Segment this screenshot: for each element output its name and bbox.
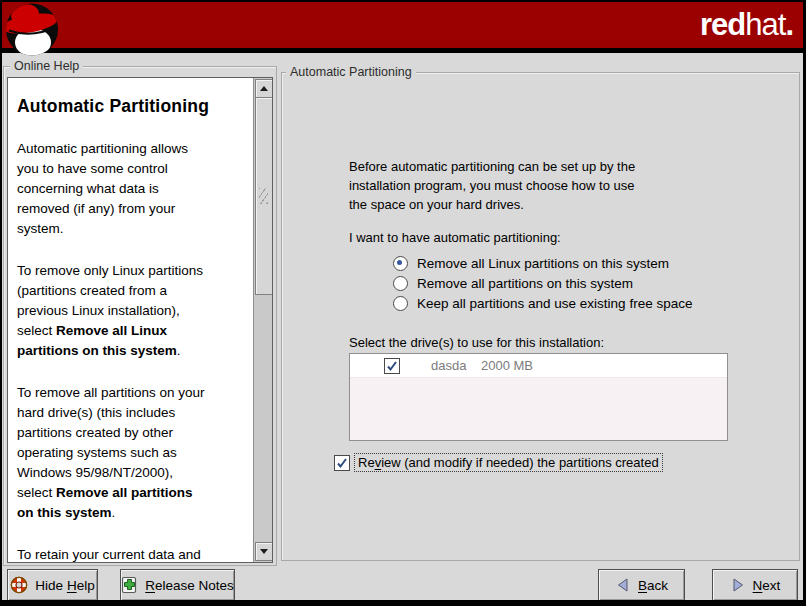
review-label[interactable]: Review (and modify if needed) the partit… [354, 453, 663, 472]
arrow-up-icon [260, 86, 268, 91]
window-border-top [0, 0, 806, 2]
arrow-right-icon [730, 577, 746, 593]
online-help-frame-label: Online Help [10, 59, 83, 74]
radio-option-remove-all[interactable]: Remove all partitions on this system [393, 274, 633, 292]
document-plus-icon [121, 576, 138, 594]
arrow-down-icon [260, 549, 268, 554]
review-option[interactable]: Review (and modify if needed) the partit… [334, 453, 663, 472]
radio-button[interactable] [393, 276, 408, 291]
check-icon [336, 457, 348, 469]
intro-text: Before automatic partitioning can be set… [349, 157, 635, 214]
radio-option-remove-linux[interactable]: Remove all Linux partitions on this syst… [393, 254, 669, 272]
hide-help-label: Hide Help [35, 578, 94, 593]
arrow-left-icon [615, 577, 631, 593]
radio-label[interactable]: Remove all partitions on this system [417, 276, 633, 291]
release-notes-button[interactable]: Release Notes [120, 569, 235, 601]
redhat-wordmark: redhat. [700, 8, 793, 42]
drive-list[interactable]: dasda 2000 MB [349, 353, 728, 441]
drive-row[interactable]: dasda 2000 MB [350, 354, 727, 378]
scrollbar-up-button[interactable] [255, 79, 273, 98]
header-banner-divider [0, 48, 806, 53]
help-title: Automatic Partitioning [17, 96, 243, 117]
next-label: Next [753, 578, 781, 593]
next-button[interactable]: Next [712, 569, 798, 601]
automatic-partitioning-frame-label: Automatic Partitioning [286, 65, 416, 80]
help-text: Automatic Partitioning Automatic partiti… [17, 78, 243, 563]
drive-checkbox[interactable] [384, 358, 400, 374]
help-paragraph-1: Automatic partitioning allows you to hav… [17, 139, 243, 239]
installer-window: redhat. Online Help Automatic Partitioni… [0, 0, 806, 606]
header-banner [0, 2, 806, 48]
redhat-shadowman-logo-icon [5, 2, 59, 57]
radio-button-selected[interactable] [393, 256, 408, 271]
check-icon [386, 360, 398, 372]
radio-option-keep-all[interactable]: Keep all partitions and use existing fre… [393, 294, 692, 312]
online-help-viewport: Automatic Partitioning Automatic partiti… [7, 77, 273, 563]
release-notes-label: Release Notes [145, 578, 234, 593]
drive-select-label: Select the drive(s) to use for this inst… [349, 333, 604, 352]
radio-label[interactable]: Keep all partitions and use existing fre… [417, 296, 692, 311]
window-border-left [0, 0, 2, 606]
hide-help-button[interactable]: Hide Help [7, 569, 98, 601]
wordmark-hat: hat [745, 7, 785, 42]
drive-name: dasda [431, 358, 481, 373]
wordmark-red: red [700, 7, 745, 42]
help-paragraph-2: To remove only Linux partitions (partiti… [17, 261, 243, 361]
question-label: I want to have automatic partitioning: [349, 228, 561, 247]
help-paragraph-4-clipped: To retain your current data and [17, 545, 243, 563]
automatic-partitioning-frame: Before automatic partitioning can be set… [281, 72, 800, 561]
life-ring-icon [10, 576, 28, 594]
help-paragraph-3: To remove all partitions on your hard dr… [17, 383, 243, 523]
window-border-bottom [0, 600, 806, 606]
scrollbar-down-button[interactable] [255, 542, 273, 561]
back-label: Back [638, 578, 668, 593]
help-scrollbar[interactable] [253, 78, 272, 562]
wordmark-period: . [785, 7, 793, 42]
radio-label[interactable]: Remove all Linux partitions on this syst… [417, 256, 669, 271]
drive-size: 2000 MB [481, 358, 533, 373]
review-checkbox[interactable] [334, 455, 350, 471]
back-button[interactable]: Back [598, 569, 685, 601]
scrollbar-thumb[interactable] [255, 97, 273, 295]
radio-button[interactable] [393, 296, 408, 311]
